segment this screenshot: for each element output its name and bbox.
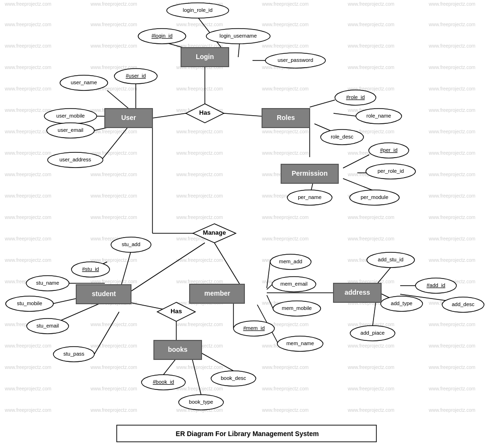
svg-text:www.freeprojectz.com: www.freeprojectz.com (90, 365, 137, 370)
svg-line-136 (343, 155, 369, 168)
svg-text:www.freeprojectz.com: www.freeprojectz.com (176, 322, 223, 327)
svg-text:www.freeprojectz.com: www.freeprojectz.com (90, 322, 137, 327)
add-stu-id-label: add_stu_id (378, 257, 404, 262)
svg-text:www.freeprojectz.com: www.freeprojectz.com (347, 365, 394, 370)
svg-text:www.freeprojectz.com: www.freeprojectz.com (262, 22, 309, 27)
svg-text:www.freeprojectz.com: www.freeprojectz.com (4, 129, 51, 134)
svg-line-125 (152, 113, 186, 118)
svg-text:www.freeprojectz.com: www.freeprojectz.com (428, 108, 475, 113)
svg-text:www.freeprojectz.com: www.freeprojectz.com (4, 172, 51, 177)
per-module-label: per_module (361, 194, 388, 200)
svg-text:www.freeprojectz.com: www.freeprojectz.com (4, 86, 51, 91)
stu-pass-label: stu_pass (63, 351, 85, 357)
stu-email-label: stu_email (36, 323, 59, 329)
svg-text:www.freeprojectz.com: www.freeprojectz.com (176, 129, 223, 134)
svg-text:www.freeprojectz.com: www.freeprojectz.com (428, 86, 475, 91)
svg-text:www.freeprojectz.com: www.freeprojectz.com (428, 22, 475, 27)
svg-text:www.freeprojectz.com: www.freeprojectz.com (347, 343, 394, 348)
role-id-label: #role_id (346, 94, 364, 100)
role-desc-label: role_desc (331, 134, 354, 139)
svg-text:www.freeprojectz.com: www.freeprojectz.com (4, 108, 51, 113)
add-id-label: #add_id (426, 282, 445, 288)
login-role-id-label: login_role_id (183, 7, 212, 13)
role-name-label: role_name (366, 113, 391, 119)
svg-text:www.freeprojectz.com: www.freeprojectz.com (176, 215, 223, 220)
svg-text:www.freeprojectz.com: www.freeprojectz.com (428, 258, 475, 263)
svg-text:www.freeprojectz.com: www.freeprojectz.com (262, 236, 309, 241)
svg-text:www.freeprojectz.com: www.freeprojectz.com (4, 365, 51, 370)
connector-lines (48, 17, 462, 395)
svg-text:www.freeprojectz.com: www.freeprojectz.com (347, 236, 394, 241)
svg-text:www.freeprojectz.com: www.freeprojectz.com (4, 22, 51, 27)
svg-text:www.freeprojectz.com: www.freeprojectz.com (428, 322, 475, 327)
roles-label: Roles (277, 114, 295, 121)
per-name-label: per_name (298, 194, 322, 200)
svg-text:www.freeprojectz.com: www.freeprojectz.com (428, 236, 475, 241)
user-email-label: user_email (58, 127, 83, 133)
svg-line-122 (238, 42, 240, 57)
svg-text:www.freeprojectz.com: www.freeprojectz.com (262, 408, 309, 413)
svg-text:www.freeprojectz.com: www.freeprojectz.com (4, 408, 51, 413)
svg-text:www.freeprojectz.com: www.freeprojectz.com (262, 365, 309, 370)
svg-text:www.freeprojectz.com: www.freeprojectz.com (176, 150, 223, 156)
per-id-label: #per_id (380, 147, 398, 153)
attributes: login_role_id #login_id login_username u… (6, 3, 484, 410)
svg-text:www.freeprojectz.com: www.freeprojectz.com (90, 1, 137, 7)
book-desc-label: book_desc (221, 375, 246, 381)
permission-label: Permission (292, 169, 327, 177)
svg-text:www.freeprojectz.com: www.freeprojectz.com (4, 386, 51, 391)
svg-text:www.freeprojectz.com: www.freeprojectz.com (176, 258, 223, 263)
svg-line-132 (310, 100, 335, 107)
login-username-label: login_username (220, 33, 257, 39)
svg-text:www.freeprojectz.com: www.freeprojectz.com (347, 22, 394, 27)
svg-text:www.freeprojectz.com: www.freeprojectz.com (347, 386, 394, 391)
svg-text:www.freeprojectz.com: www.freeprojectz.com (428, 365, 475, 370)
svg-text:www.freeprojectz.com: www.freeprojectz.com (176, 22, 223, 27)
svg-text:www.freeprojectz.com: www.freeprojectz.com (428, 343, 475, 348)
svg-text:www.freeprojectz.com: www.freeprojectz.com (90, 172, 137, 177)
has2-label: Has (171, 308, 182, 315)
svg-text:www.freeprojectz.com: www.freeprojectz.com (4, 193, 51, 199)
add-desc-label: add_desc (452, 301, 475, 307)
svg-text:www.freeprojectz.com: www.freeprojectz.com (176, 86, 223, 91)
books-label: books (168, 346, 187, 353)
svg-text:www.freeprojectz.com: www.freeprojectz.com (347, 1, 394, 7)
book-id-label: #book_id (153, 379, 174, 385)
svg-text:www.freeprojectz.com: www.freeprojectz.com (176, 279, 223, 284)
svg-text:www.freeprojectz.com: www.freeprojectz.com (4, 1, 51, 7)
mem-email-label: mem_email (281, 281, 308, 287)
svg-text:www.freeprojectz.com: www.freeprojectz.com (90, 150, 137, 156)
svg-text:www.freeprojectz.com: www.freeprojectz.com (262, 129, 309, 134)
svg-text:www.freeprojectz.com: www.freeprojectz.com (4, 65, 51, 70)
svg-text:www.freeprojectz.com: www.freeprojectz.com (90, 193, 137, 199)
stu-name-label: stu_name (36, 280, 59, 286)
svg-text:www.freeprojectz.com: www.freeprojectz.com (4, 43, 51, 49)
svg-text:www.freeprojectz.com: www.freeprojectz.com (262, 215, 309, 220)
mem-mobile-label: mem_mobile (282, 305, 312, 311)
student-label: student (92, 290, 116, 298)
svg-text:www.freeprojectz.com: www.freeprojectz.com (428, 65, 475, 70)
svg-text:www.freeprojectz.com: www.freeprojectz.com (428, 150, 475, 156)
svg-text:www.freeprojectz.com: www.freeprojectz.com (428, 193, 475, 199)
svg-text:www.freeprojectz.com: www.freeprojectz.com (90, 343, 137, 348)
svg-text:www.freeprojectz.com: www.freeprojectz.com (347, 43, 394, 49)
svg-text:www.freeprojectz.com: www.freeprojectz.com (90, 408, 137, 413)
svg-text:www.freeprojectz.com: www.freeprojectz.com (428, 408, 475, 413)
add-type-label: add_type (391, 300, 412, 306)
svg-text:www.freeprojectz.com: www.freeprojectz.com (4, 215, 51, 220)
svg-text:www.freeprojectz.com: www.freeprojectz.com (428, 215, 475, 220)
has-label: Has (199, 109, 211, 116)
svg-text:www.freeprojectz.com: www.freeprojectz.com (90, 386, 137, 391)
svg-text:www.freeprojectz.com: www.freeprojectz.com (176, 365, 223, 370)
svg-text:www.freeprojectz.com: www.freeprojectz.com (428, 1, 475, 7)
member-label: member (204, 289, 231, 297)
svg-text:www.freeprojectz.com: www.freeprojectz.com (428, 129, 475, 134)
per-role-id-label: per_role_id (377, 168, 404, 174)
stu-add-label: stu_add (121, 241, 140, 247)
title-section: ER Diagram For Library Management System (117, 425, 376, 442)
svg-text:www.freeprojectz.com: www.freeprojectz.com (428, 43, 475, 49)
user-label: User (121, 114, 136, 121)
svg-text:www.freeprojectz.com: www.freeprojectz.com (428, 386, 475, 391)
address-label: address (344, 289, 370, 296)
svg-text:www.freeprojectz.com: www.freeprojectz.com (347, 408, 394, 413)
